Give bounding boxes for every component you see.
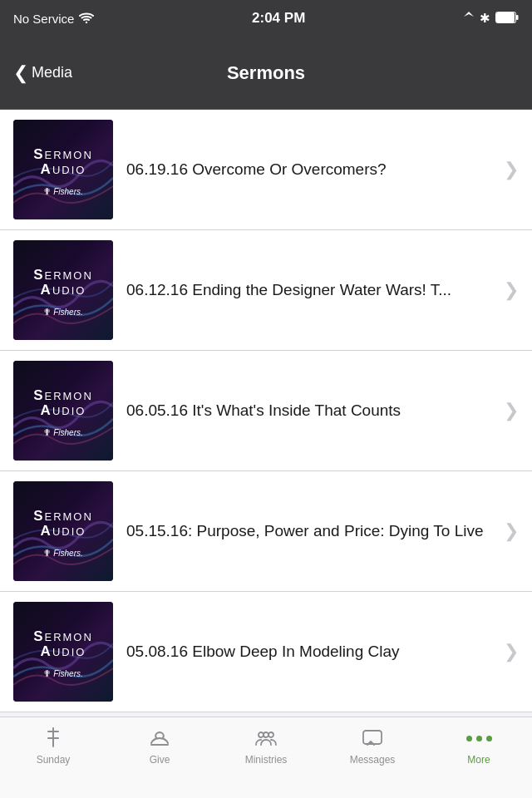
nav-bar: ❮ Media Sermons — [0, 37, 532, 110]
fishers-logo: ✟ Fishers. — [43, 307, 83, 318]
fishers-logo: ✟ Fishers. — [43, 186, 83, 197]
sermon-item[interactable]: SERMON AUDIO ✟ Fishers. 06.12.16 Ending … — [0, 230, 532, 351]
sermon-content: 06.12.16 Ending the Designer Water Wars!… — [126, 279, 490, 301]
tab-messages-label: Messages — [350, 754, 396, 766]
tab-bar: Sunday Give Ministries — [0, 717, 532, 798]
tab-sunday-label: Sunday — [37, 754, 71, 766]
sermon-thumb-text: SERMON AUDIO — [30, 505, 96, 543]
status-time: 2:04 PM — [252, 10, 305, 27]
sermon-title: 06.12.16 Ending the Designer Water Wars!… — [126, 279, 490, 301]
chevron-right-icon: ❯ — [504, 641, 519, 663]
fishers-logo: ✟ Fishers. — [43, 548, 83, 559]
status-left: No Service — [13, 12, 94, 26]
tab-give[interactable]: Give — [106, 726, 213, 766]
svg-rect-3 — [516, 15, 519, 20]
sermon-content: 05.08.16 Elbow Deep In Modeling Clay — [126, 641, 490, 663]
chevron-right-icon: ❯ — [504, 400, 519, 421]
sermon-thumbnail: SERMON AUDIO ✟ Fishers. — [13, 602, 113, 702]
more-icon — [466, 726, 491, 751]
svg-rect-10 — [363, 731, 382, 744]
status-right: ✱ — [463, 11, 519, 27]
sermon-item[interactable]: SERMON AUDIO ✟ Fishers. 06.19.16 Overcom… — [0, 110, 532, 230]
battery-icon — [495, 12, 519, 26]
more-dot-3 — [486, 736, 492, 741]
chevron-right-icon: ❯ — [504, 520, 519, 542]
chevron-right-icon: ❯ — [504, 279, 519, 301]
location-icon — [463, 11, 475, 27]
sermon-thumb-text: SERMON AUDIO — [30, 143, 96, 181]
ministries-icon — [254, 726, 278, 751]
sermon-thumbnail: SERMON AUDIO ✟ Fishers. — [13, 120, 113, 219]
fishers-logo: ✟ Fishers. — [43, 668, 83, 679]
nav-back-button[interactable]: ❮ Media — [13, 64, 96, 82]
sermon-item[interactable]: SERMON AUDIO ✟ Fishers. 06.05.16 It's Wh… — [0, 351, 532, 471]
sermon-thumbnail: SERMON AUDIO ✟ Fishers. — [13, 240, 113, 340]
give-icon — [147, 726, 172, 751]
sermon-thumbnail: SERMON AUDIO ✟ Fishers. — [13, 361, 113, 461]
svg-rect-2 — [496, 12, 515, 22]
tab-ministries-label: Ministries — [245, 754, 288, 766]
sermon-title: 06.05.16 It's What's Inside That Counts — [126, 400, 490, 421]
carrier-label: No Service — [13, 12, 74, 26]
sermon-thumb-text: SERMON AUDIO — [30, 384, 96, 422]
sermon-item[interactable]: SERMON AUDIO ✟ Fishers. 05.08.16 Elbow D… — [0, 592, 532, 712]
tab-sunday[interactable]: Sunday — [0, 726, 106, 766]
sermon-thumb-text: SERMON AUDIO — [30, 264, 96, 302]
sermon-thumb-text: SERMON AUDIO — [30, 625, 96, 663]
wifi-icon — [79, 12, 94, 26]
sunday-icon — [41, 726, 66, 751]
tab-more-label: More — [467, 754, 490, 766]
sermon-thumbnail: SERMON AUDIO ✟ Fishers. — [13, 481, 113, 581]
sermon-content: 06.05.16 It's What's Inside That Counts — [126, 400, 490, 421]
tab-messages[interactable]: Messages — [319, 726, 426, 766]
sermon-content: 05.15.16: Purpose, Power and Price: Dyin… — [126, 520, 490, 542]
more-dot-1 — [466, 736, 472, 741]
sermon-title: 05.15.16: Purpose, Power and Price: Dyin… — [126, 520, 490, 542]
sermon-title: 05.08.16 Elbow Deep In Modeling Clay — [126, 641, 490, 663]
messages-icon — [360, 726, 385, 751]
back-chevron-icon: ❮ — [13, 64, 28, 82]
tab-give-label: Give — [150, 754, 170, 766]
svg-point-0 — [86, 21, 87, 22]
tab-more[interactable]: More — [426, 726, 532, 766]
status-bar: No Service 2:04 PM ✱ — [0, 0, 532, 37]
tab-ministries[interactable]: Ministries — [213, 726, 319, 766]
fishers-logo: ✟ Fishers. — [43, 427, 83, 438]
nav-title: Sermons — [96, 62, 436, 84]
chevron-right-icon: ❯ — [504, 159, 519, 180]
sermon-content: 06.19.16 Overcome Or Overcomers? — [126, 159, 490, 180]
sermon-title: 06.19.16 Overcome Or Overcomers? — [126, 159, 490, 180]
back-label: Media — [32, 64, 72, 81]
sermon-item[interactable]: SERMON AUDIO ✟ Fishers. 05.15.16: Purpos… — [0, 471, 532, 592]
sermon-list: SERMON AUDIO ✟ Fishers. 06.19.16 Overcom… — [0, 110, 532, 717]
more-dot-2 — [476, 736, 482, 741]
svg-point-9 — [264, 732, 268, 737]
bluetooth-icon: ✱ — [480, 11, 490, 26]
